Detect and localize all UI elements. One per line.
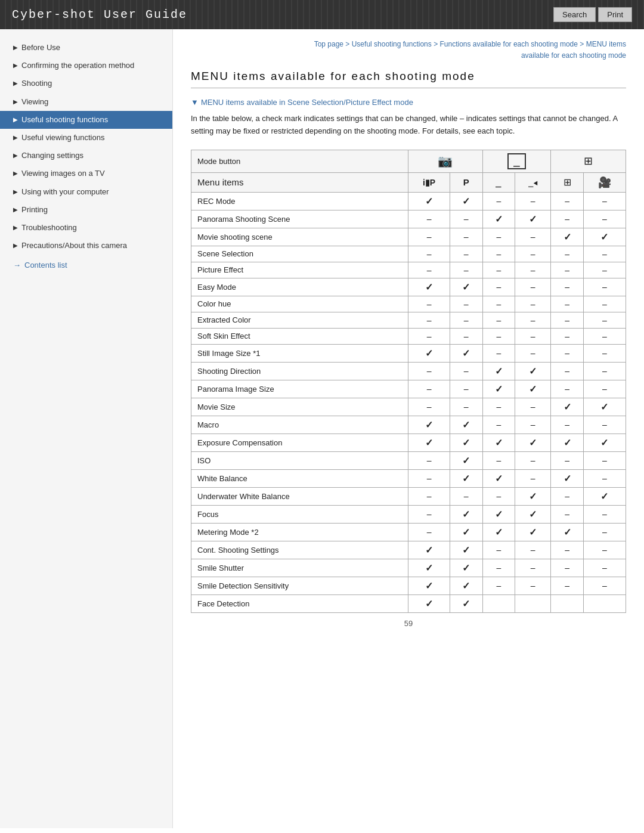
sidebar-item-precautions[interactable]: ▶ Precautions/About this camera [0,237,172,255]
content-area: Top page > Useful shooting functions > F… [173,29,644,828]
breadcrumb-menu-items[interactable]: MENU items [586,40,626,48]
cell-value: ✓ [408,433,450,451]
cell-value: – [482,228,515,246]
cell-value: – [551,559,584,577]
breadcrumb-available[interactable]: available for each shooting mode [521,51,626,60]
cell-value: – [583,380,626,398]
cell-value: ✓ [515,523,551,541]
cell-value: – [551,344,584,362]
arrow-icon: ▶ [13,44,18,52]
cell-value: ✓ [551,398,584,416]
cell-value: ✓ [450,559,482,577]
row-label: Cont. Shooting Settings [191,541,408,559]
cell-value: – [450,210,482,228]
sidebar-item-viewing[interactable]: ▶ Viewing [0,93,172,111]
table-header-row2: Menu items i▮P P ⎯ ⎯◀ ⊞ 🎥 [191,172,626,192]
sidebar-item-changing-settings[interactable]: ▶ Changing settings [0,147,172,165]
cell-value: ✓ [450,505,482,523]
table-row: Extracted Color–––––– [191,312,626,328]
cell-value: – [482,487,515,505]
cell-value: – [408,523,450,541]
cell-value: – [551,451,584,469]
breadcrumb-functions[interactable]: Functions available for each shooting mo… [439,40,577,48]
sidebar-item-label: Printing [21,205,48,215]
search-button[interactable]: Search [553,7,596,22]
cell-value: ✓ [450,594,482,612]
row-label: Movie shooting scene [191,228,408,246]
description-text: In the table below, a check mark indicat… [191,113,626,138]
cell-value: – [515,559,551,577]
sidebar-item-computer[interactable]: ▶ Using with your computer [0,183,172,201]
cell-value: ✓ [450,416,482,433]
cell-value: ✓ [551,433,584,451]
col-io: i▮P [408,172,450,192]
row-label: Metering Mode *2 [191,523,408,541]
cell-value: – [482,416,515,433]
triangle-icon: ▼ [191,98,199,107]
cell-value: ✓ [515,210,551,228]
cell-value: ✓ [515,362,551,380]
table-row: Macro✓✓–––– [191,416,626,433]
sidebar-item-troubleshooting[interactable]: ▶ Troubleshooting [0,219,172,237]
contents-list-link[interactable]: → Contents list [0,255,172,273]
sidebar-item-before-use[interactable]: ▶ Before Use [0,39,172,57]
arrow-icon: ▶ [13,169,18,178]
table-row: Easy Mode✓✓–––– [191,278,626,296]
table-row: REC Mode✓✓–––– [191,192,626,210]
sidebar-item-printing[interactable]: ▶ Printing [0,201,172,219]
sidebar-item-label: Useful viewing functions [21,132,104,143]
table-row: Smile Detection Sensitivity✓✓–––– [191,577,626,594]
breadcrumb-useful-shooting[interactable]: Useful shooting functions [352,40,432,48]
print-button[interactable]: Print [598,7,632,22]
col-grid: ⊞ [551,172,584,192]
cell-value: – [515,451,551,469]
row-label: Picture Effect [191,262,408,278]
cell-value [583,594,626,612]
cell-value: ✓ [482,362,515,380]
cell-value: – [551,210,584,228]
cell-value: – [583,523,626,541]
table-row: Smile Shutter✓✓–––– [191,559,626,577]
cell-value: ✓ [515,433,551,451]
cell-value: ✓ [408,541,450,559]
sidebar-item-useful-shooting[interactable]: ▶ Useful shooting functions [0,111,172,129]
cell-value: ✓ [408,278,450,296]
table-row: Cont. Shooting Settings✓✓–––– [191,541,626,559]
cell-value: – [515,328,551,344]
sidebar-item-viewing-tv[interactable]: ▶ Viewing images on a TV [0,165,172,182]
table-row: Exposure Compensation✓✓✓✓✓✓ [191,433,626,451]
cell-value: – [551,380,584,398]
cell-value: – [583,192,626,210]
cell-value: – [408,380,450,398]
cell-value: – [408,469,450,487]
cell-value: – [551,262,584,278]
cell-value: ✓ [551,228,584,246]
cell-value: – [482,312,515,328]
col-pan1: ⎯ [482,172,515,192]
table-row: Still Image Size *1✓✓–––– [191,344,626,362]
cell-value: – [482,278,515,296]
cell-value: – [551,505,584,523]
cell-value: – [482,262,515,278]
cell-value: ✓ [408,344,450,362]
cell-value: – [551,487,584,505]
sidebar-item-useful-viewing[interactable]: ▶ Useful viewing functions [0,129,172,147]
cell-value: – [551,416,584,433]
row-label: Panorama Image Size [191,380,408,398]
table-row: Focus–✓✓✓–– [191,505,626,523]
cell-value: – [551,296,584,312]
breadcrumb-top[interactable]: Top page [314,40,343,48]
col-pan2: ⎯◀ [515,172,551,192]
cell-value: – [515,416,551,433]
cell-value: – [551,577,584,594]
mode-icon-panorama: ⎯ [482,150,551,172]
cell-value: – [450,246,482,262]
cell-value: – [515,344,551,362]
section-link[interactable]: ▼ MENU items available in Scene Selectio… [191,98,626,107]
sidebar-item-label: Shooting [21,78,52,89]
table-header-row1: Mode button 📷 ⎯ ⊞ [191,150,626,172]
header: Cyber-shot User Guide Search Print [0,0,644,29]
sidebar-item-shooting[interactable]: ▶ Shooting [0,75,172,92]
cell-value: ✓ [515,505,551,523]
sidebar-item-confirming[interactable]: ▶ Confirming the operation method [0,57,172,75]
